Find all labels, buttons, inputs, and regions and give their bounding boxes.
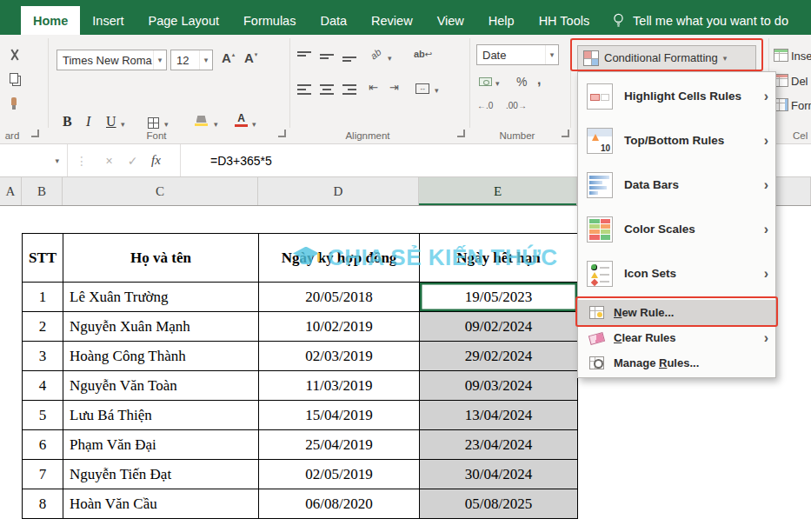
underline-dropdown-icon[interactable]: ▾ [121, 120, 125, 129]
format-button-label[interactable]: Form [791, 99, 811, 112]
merge-dropdown-icon[interactable]: ▾ [435, 86, 439, 95]
table-header-name[interactable]: Họ và tên [63, 234, 259, 283]
wrap-text-icon[interactable]: ab↩ [414, 49, 432, 59]
align-center-icon[interactable] [320, 83, 334, 95]
column-header-d[interactable]: D [258, 177, 419, 205]
table-header-start-date[interactable]: Ngày ký hợp đồng [259, 234, 420, 283]
menu-item-data-bars[interactable]: Data Bars › [578, 163, 775, 207]
align-right-icon[interactable] [342, 83, 356, 95]
accounting-format-icon[interactable] [479, 77, 492, 86]
insert-button-label[interactable]: Inse [791, 50, 811, 63]
decrease-font-size-button[interactable]: A▾ [244, 51, 257, 64]
column-header-e[interactable]: E [419, 177, 577, 205]
cell-end-date-selected[interactable]: 29/02/2024 [420, 342, 578, 371]
cell-stt[interactable]: 6 [23, 430, 63, 460]
insert-cells-icon[interactable] [774, 49, 788, 62]
table-header-stt[interactable]: STT [23, 234, 63, 283]
font-size-select[interactable]: 12 ▾ [170, 50, 213, 70]
borders-dropdown-icon[interactable]: ▾ [164, 120, 169, 129]
cell-start-date[interactable]: 02/03/2019 [259, 342, 420, 371]
merge-center-icon[interactable]: ↔ [415, 83, 429, 94]
enter-icon[interactable]: ✓ [121, 154, 144, 168]
tab-data[interactable]: Data [308, 6, 359, 35]
tab-home[interactable]: Home [21, 6, 80, 35]
decrease-decimal-button[interactable]: .00→ [506, 101, 527, 110]
tab-page-layout[interactable]: Page Layout [136, 6, 231, 35]
insert-function-button[interactable]: fx [144, 153, 168, 168]
increase-font-size-button[interactable]: A▴ [222, 51, 235, 64]
align-middle-icon[interactable] [320, 50, 334, 62]
tab-help[interactable]: Help [476, 6, 527, 35]
table-header-end-date[interactable]: Ngày hết hạn [420, 234, 578, 283]
tab-view[interactable]: View [425, 6, 476, 35]
cell-stt[interactable]: 7 [23, 460, 63, 489]
cell-start-date[interactable]: 11/03/2019 [259, 371, 420, 401]
align-bottom-icon[interactable] [342, 50, 356, 62]
cell-name[interactable]: Hoàng Công Thành [63, 342, 259, 371]
accounting-dropdown-icon[interactable]: ▾ [495, 79, 500, 88]
menu-item-manage-rules[interactable]: Manage Rules... [578, 350, 775, 376]
fill-color-dropdown-icon[interactable]: ▾ [214, 120, 218, 129]
font-color-icon[interactable]: A [235, 114, 248, 127]
cell-name[interactable]: Lưu Bá Thiện [63, 401, 259, 430]
cell-start-date[interactable]: 25/04/2019 [259, 430, 420, 460]
cell-stt[interactable]: 2 [23, 312, 63, 342]
name-box-dropdown-icon[interactable]: ▾ [55, 156, 59, 165]
clipboard-dialog-launcher[interactable] [31, 130, 39, 137]
align-top-icon[interactable] [297, 50, 311, 62]
font-name-select[interactable]: Times New Roma ▾ [57, 50, 167, 70]
cell-start-date[interactable]: 02/05/2019 [259, 460, 420, 489]
italic-button[interactable]: I [86, 114, 90, 130]
alignment-dialog-launcher[interactable] [457, 130, 465, 137]
menu-item-color-scales[interactable]: Color Scales › [578, 207, 775, 251]
orientation-dropdown-icon[interactable]: ▾ [388, 54, 392, 63]
formula-input[interactable]: =D3+365*5 [210, 154, 272, 168]
menu-item-clear-rules[interactable]: Clear Rules › [578, 325, 775, 350]
cancel-icon[interactable]: × [97, 154, 121, 168]
increase-indent-icon[interactable]: ⇥ [389, 81, 399, 94]
cell-stt[interactable]: 1 [23, 283, 63, 312]
copy-icon[interactable] [10, 73, 18, 83]
cell-end-date-selected[interactable]: 09/03/2024 [420, 371, 578, 401]
delete-button-label[interactable]: Del [791, 75, 808, 88]
cell-stt[interactable]: 8 [23, 489, 63, 519]
cell-start-date[interactable]: 10/02/2019 [259, 312, 420, 342]
cell-end-date-selected[interactable]: 05/08/2025 [420, 489, 578, 519]
menu-item-highlight-cells-rules[interactable]: Highlight Cells Rules › [578, 74, 775, 118]
cell-name[interactable]: Nguyễn Tiến Đạt [63, 460, 259, 489]
menu-item-top-bottom-rules[interactable]: 10 Top/Bottom Rules › [578, 118, 775, 163]
cut-icon[interactable] [9, 49, 21, 61]
fill-color-icon[interactable] [195, 116, 208, 126]
format-painter-icon[interactable] [11, 97, 17, 105]
tab-review[interactable]: Review [359, 6, 425, 35]
cell-name[interactable]: Lê Xuân Trường [63, 283, 259, 312]
active-cell-e3[interactable]: 19/05/2023 [420, 283, 578, 312]
column-header-c[interactable]: C [63, 177, 258, 205]
underline-button[interactable]: U [106, 114, 116, 130]
decrease-indent-icon[interactable]: ⇤ [369, 81, 378, 94]
tell-me-box[interactable]: Tell me what you want to do [612, 6, 811, 35]
tab-hh-tools[interactable]: HH Tools [527, 6, 602, 35]
name-box[interactable]: ▾ [0, 144, 68, 176]
cell-end-date-selected[interactable]: 30/04/2024 [420, 460, 578, 489]
bold-button[interactable]: B [63, 114, 72, 130]
cell-name[interactable]: Phạm Văn Đại [63, 430, 259, 460]
percent-style-button[interactable]: % [516, 75, 527, 89]
cell-end-date-selected[interactable]: 09/02/2024 [420, 312, 578, 342]
number-dialog-launcher[interactable] [562, 130, 569, 137]
cell-stt[interactable]: 3 [23, 342, 63, 371]
orientation-icon[interactable]: ab [369, 46, 383, 61]
cell-start-date[interactable]: 06/08/2020 [259, 489, 420, 519]
column-header-a[interactable]: A [0, 177, 22, 205]
cell-start-date[interactable]: 15/04/2019 [259, 401, 420, 430]
font-dialog-launcher[interactable] [278, 130, 286, 137]
comma-style-button[interactable]: , [537, 72, 541, 88]
menu-item-icon-sets[interactable]: Icon Sets › [578, 251, 775, 296]
cell-stt[interactable]: 4 [23, 371, 63, 401]
cell-stt[interactable]: 5 [23, 401, 63, 430]
borders-icon[interactable] [148, 117, 159, 129]
number-format-select[interactable]: Date ▾ [476, 44, 559, 65]
column-header-b[interactable]: B [22, 177, 63, 205]
menu-item-new-rule[interactable]: New Rule... [578, 300, 775, 325]
cell-name[interactable]: Hoàn Văn Cầu [63, 489, 259, 519]
